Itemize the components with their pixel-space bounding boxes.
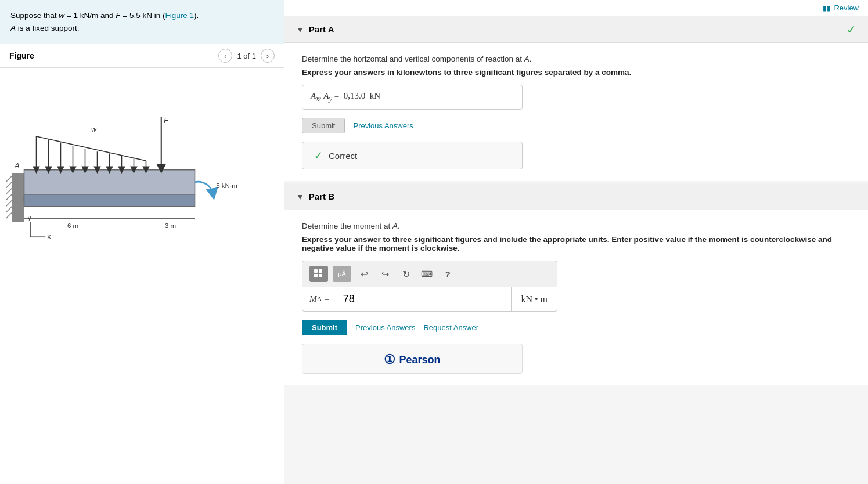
pearson-p-icon: ① [384, 352, 395, 367]
figure-prev-btn[interactable]: ‹ [218, 49, 232, 63]
part-b-header[interactable]: ▼ Part B [284, 183, 868, 210]
part-a-submit-row: Submit Previous Answers [302, 118, 851, 133]
figure-link[interactable]: Figure 1 [165, 11, 194, 20]
help-btn[interactable]: ? [440, 266, 456, 282]
math-input-container: μÂ ↩ ↪ ↻ ⌨ ? MA = kN • m [302, 261, 557, 312]
part-b-submit-row: Submit Previous Answers Request Answer [302, 320, 851, 335]
wall-rect [12, 173, 24, 222]
problem-text: Suppose that w = 1 kN/m and F = 5.5 kN i… [10, 11, 199, 32]
pearson-footer: ① Pearson [308, 350, 516, 367]
math-units: kN • m [512, 287, 557, 311]
part-b-chevron-icon: ▼ [296, 192, 304, 201]
part-a-correct-checkmark: ✓ [847, 23, 856, 37]
svg-line-0 [6, 176, 12, 182]
dim-6m: 6 m [67, 222, 78, 229]
math-answer-input[interactable] [336, 287, 512, 311]
part-a-question: Determine the horizontal and vertical co… [302, 55, 851, 63]
w-label: w [91, 125, 97, 133]
part-a-correct-box: ✓ Correct [302, 142, 523, 169]
part-b-label: Part B [309, 192, 334, 201]
pearson-text: Pearson [399, 354, 440, 366]
part-a-content: Determine the horizontal and vertical co… [284, 43, 868, 181]
svg-line-17 [37, 136, 146, 161]
figure-area: w F 5 kN·m 6 m 3 m A y x [0, 68, 284, 484]
svg-rect-27 [319, 269, 322, 273]
keyboard-btn[interactable]: ⌨ [419, 266, 435, 282]
mu-label: μÂ [338, 270, 346, 277]
moment-label: 5 kN·m [216, 182, 237, 189]
beam-bottom [24, 194, 195, 207]
review-link[interactable]: ▮▮ Review [823, 3, 859, 12]
review-icon: ▮▮ [823, 4, 831, 12]
math-toolbar: μÂ ↩ ↪ ↻ ⌨ ? [302, 261, 557, 287]
math-label: MA = [302, 287, 336, 311]
svg-rect-26 [314, 269, 318, 273]
review-label: Review [834, 3, 859, 12]
review-bar: ▮▮ Review [284, 0, 868, 16]
undo-btn[interactable]: ↩ [356, 266, 372, 282]
svg-line-6 [6, 212, 12, 219]
part-b-prev-answers-link[interactable]: Previous Answers [355, 323, 415, 332]
part-b-content: Determine the moment at A. Express your … [284, 210, 868, 385]
part-a-submit-btn[interactable]: Submit [302, 118, 345, 133]
part-a-section: ▼ Part A ✓ Determine the horizontal and … [284, 16, 868, 181]
grid-icon [314, 269, 324, 279]
part-a-prev-answers-link[interactable]: Previous Answers [353, 121, 413, 130]
part-a-instruction: Express your answers in kilonewtons to t… [302, 68, 851, 77]
figure-next-btn[interactable]: › [261, 49, 275, 63]
figure-title: Figure [9, 51, 34, 60]
x-axis-label: x [47, 233, 51, 240]
part-a-label: Part A [309, 24, 334, 34]
figure-nav: ‹ 1 of 1 › [218, 49, 275, 63]
figure-nav-label: 1 of 1 [237, 52, 256, 60]
figure-diagram: w F 5 kN·m 6 m 3 m A y x [6, 74, 250, 248]
svg-line-5 [6, 207, 12, 213]
left-panel: Suppose that w = 1 kN/m and F = 5.5 kN i… [0, 0, 284, 484]
svg-rect-29 [319, 274, 322, 277]
y-axis-label: y [28, 214, 31, 221]
part-b-instruction: Express your answer to three significant… [302, 235, 851, 252]
dim-3m: 3 m [165, 222, 176, 229]
correct-check-icon: ✓ [314, 149, 323, 162]
part-b-bottom-area: ① Pearson [302, 344, 523, 374]
problem-statement: Suppose that w = 1 kN/m and F = 5.5 kN i… [0, 0, 284, 44]
right-panel: ▮▮ Review ▼ Part A ✓ Determine the horiz… [284, 0, 868, 484]
svg-line-1 [6, 182, 12, 189]
svg-line-2 [6, 188, 12, 194]
refresh-btn[interactable]: ↻ [398, 266, 414, 282]
part-a-answer-display: Ax, Ay = 0,13.0 kN [302, 85, 523, 110]
part-b-submit-btn[interactable]: Submit [302, 320, 347, 335]
part-b-request-answer-link[interactable]: Request Answer [423, 323, 478, 332]
svg-line-4 [6, 200, 12, 207]
figure-header: Figure ‹ 1 of 1 › [0, 44, 284, 68]
part-a-chevron-icon: ▼ [296, 25, 304, 34]
part-b-question: Determine the moment at A. [302, 222, 851, 230]
grid-btn[interactable] [309, 266, 328, 282]
svg-line-3 [6, 194, 12, 201]
math-input-row: MA = kN • m [302, 287, 557, 312]
redo-btn[interactable]: ↪ [377, 266, 393, 282]
part-a-header[interactable]: ▼ Part A ✓ [284, 16, 868, 43]
svg-rect-28 [314, 274, 318, 277]
f-label: F [164, 116, 169, 125]
a-label: A [14, 161, 20, 170]
mu-btn[interactable]: μÂ [333, 266, 351, 282]
part-a-correct-text: Correct [329, 151, 357, 161]
part-b-section: ▼ Part B Determine the moment at A. Expr… [284, 183, 868, 385]
